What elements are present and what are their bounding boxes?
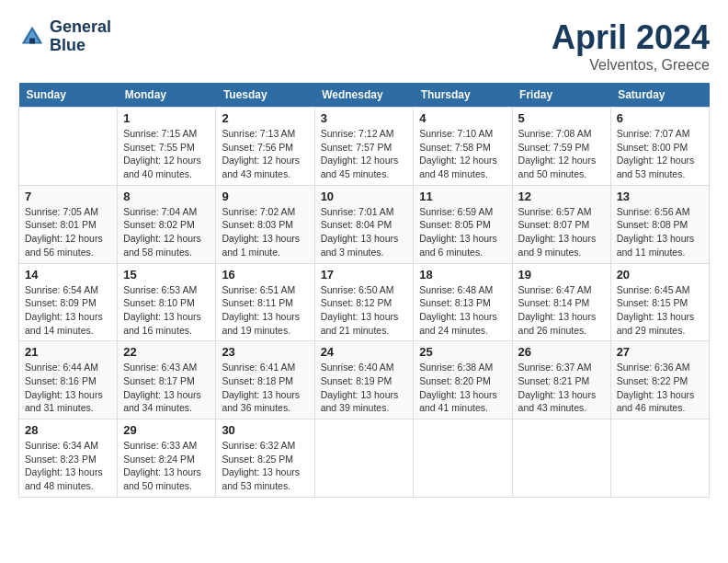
day-info: Sunrise: 6:48 AMSunset: 8:13 PMDaylight:… [419,283,506,338]
calendar-week-row: 1Sunrise: 7:15 AMSunset: 7:55 PMDaylight… [19,108,710,186]
day-info: Sunrise: 6:56 AMSunset: 8:08 PMDaylight:… [617,205,703,259]
day-info: Sunrise: 6:37 AMSunset: 8:21 PMDaylight:… [518,361,605,415]
header-wednesday: Wednesday [314,83,414,108]
calendar-cell: 18Sunrise: 6:48 AMSunset: 8:13 PMDayligh… [414,263,512,341]
day-number: 6 [617,111,703,125]
day-info: Sunrise: 7:08 AMSunset: 7:59 PMDaylight:… [518,127,605,181]
day-number: 2 [222,111,308,125]
day-info: Sunrise: 6:57 AMSunset: 8:07 PMDaylight:… [518,205,605,259]
header-friday: Friday [512,83,610,108]
day-number: 29 [123,423,210,437]
logo-text: General Blue [50,18,111,55]
calendar-cell [19,108,118,186]
calendar-header-row: SundayMondayTuesdayWednesdayThursdayFrid… [19,83,710,108]
calendar-cell [610,419,709,498]
day-info: Sunrise: 6:40 AMSunset: 8:19 PMDaylight:… [321,361,408,415]
calendar-cell: 6Sunrise: 7:07 AMSunset: 8:00 PMDaylight… [610,108,709,186]
logo-icon [18,23,46,51]
calendar-cell: 25Sunrise: 6:38 AMSunset: 8:20 PMDayligh… [414,341,512,419]
day-info: Sunrise: 7:13 AMSunset: 7:56 PMDaylight:… [222,127,308,181]
calendar-week-row: 14Sunrise: 6:54 AMSunset: 8:09 PMDayligh… [19,263,710,341]
day-info: Sunrise: 6:59 AMSunset: 8:05 PMDaylight:… [419,205,506,259]
calendar-week-row: 21Sunrise: 6:44 AMSunset: 8:16 PMDayligh… [19,341,710,419]
day-number: 3 [321,111,408,125]
calendar-table: SundayMondayTuesdayWednesdayThursdayFrid… [18,83,710,498]
day-number: 5 [518,111,605,125]
calendar-cell: 20Sunrise: 6:45 AMSunset: 8:15 PMDayligh… [610,263,709,341]
calendar-cell: 16Sunrise: 6:51 AMSunset: 8:11 PMDayligh… [216,263,314,341]
calendar-cell: 28Sunrise: 6:34 AMSunset: 8:23 PMDayligh… [19,419,118,498]
calendar-cell: 19Sunrise: 6:47 AMSunset: 8:14 PMDayligh… [512,263,610,341]
header-sunday: Sunday [19,83,118,108]
day-number: 1 [123,111,210,125]
calendar-cell: 24Sunrise: 6:40 AMSunset: 8:19 PMDayligh… [314,341,414,419]
calendar-cell: 7Sunrise: 7:05 AMSunset: 8:01 PMDaylight… [19,185,118,263]
logo: General Blue [18,18,111,55]
calendar-cell: 13Sunrise: 6:56 AMSunset: 8:08 PMDayligh… [610,185,709,263]
day-number: 25 [419,345,506,359]
svg-rect-2 [29,38,35,43]
day-number: 11 [419,190,506,203]
calendar-cell: 3Sunrise: 7:12 AMSunset: 7:57 PMDaylight… [314,108,414,186]
day-number: 17 [321,268,408,282]
day-number: 8 [123,190,210,203]
calendar-cell: 10Sunrise: 7:01 AMSunset: 8:04 PMDayligh… [314,185,414,263]
day-number: 24 [321,345,408,359]
day-info: Sunrise: 7:10 AMSunset: 7:58 PMDaylight:… [419,127,506,181]
calendar-cell: 4Sunrise: 7:10 AMSunset: 7:58 PMDaylight… [414,108,512,186]
day-number: 14 [25,268,111,282]
day-number: 12 [518,190,605,203]
header-monday: Monday [118,83,216,108]
day-info: Sunrise: 6:34 AMSunset: 8:23 PMDaylight:… [25,439,111,493]
day-number: 27 [617,345,703,359]
calendar-cell: 15Sunrise: 6:53 AMSunset: 8:10 PMDayligh… [118,263,216,341]
calendar-cell: 9Sunrise: 7:02 AMSunset: 8:03 PMDaylight… [216,185,314,263]
calendar-cell: 26Sunrise: 6:37 AMSunset: 8:21 PMDayligh… [512,341,610,419]
day-info: Sunrise: 7:04 AMSunset: 8:02 PMDaylight:… [123,205,210,259]
day-number: 13 [617,190,703,203]
day-number: 22 [123,345,210,359]
header-saturday: Saturday [610,83,709,108]
calendar-cell: 2Sunrise: 7:13 AMSunset: 7:56 PMDaylight… [216,108,314,186]
day-number: 18 [419,268,506,282]
calendar-cell: 22Sunrise: 6:43 AMSunset: 8:17 PMDayligh… [118,341,216,419]
header-thursday: Thursday [414,83,512,108]
day-info: Sunrise: 7:07 AMSunset: 8:00 PMDaylight:… [617,127,703,181]
title-section: April 2024 Velventos, Greece [552,18,710,74]
day-info: Sunrise: 6:50 AMSunset: 8:12 PMDaylight:… [321,283,408,338]
calendar-cell: 21Sunrise: 6:44 AMSunset: 8:16 PMDayligh… [19,341,118,419]
calendar-cell: 1Sunrise: 7:15 AMSunset: 7:55 PMDaylight… [118,108,216,186]
day-info: Sunrise: 6:51 AMSunset: 8:11 PMDaylight:… [222,283,308,338]
day-number: 16 [222,268,308,282]
day-info: Sunrise: 6:45 AMSunset: 8:15 PMDaylight:… [617,283,703,338]
day-info: Sunrise: 6:54 AMSunset: 8:09 PMDaylight:… [25,283,111,338]
day-number: 30 [222,423,308,437]
calendar-cell: 30Sunrise: 6:32 AMSunset: 8:25 PMDayligh… [216,419,314,498]
calendar-week-row: 28Sunrise: 6:34 AMSunset: 8:23 PMDayligh… [19,419,710,498]
day-info: Sunrise: 6:44 AMSunset: 8:16 PMDaylight:… [25,361,111,415]
calendar-cell: 12Sunrise: 6:57 AMSunset: 8:07 PMDayligh… [512,185,610,263]
calendar-cell [314,419,414,498]
day-number: 10 [321,190,408,203]
day-info: Sunrise: 6:47 AMSunset: 8:14 PMDaylight:… [518,283,605,338]
calendar-cell: 27Sunrise: 6:36 AMSunset: 8:22 PMDayligh… [610,341,709,419]
calendar-cell: 5Sunrise: 7:08 AMSunset: 7:59 PMDaylight… [512,108,610,186]
day-info: Sunrise: 6:36 AMSunset: 8:22 PMDaylight:… [617,361,703,415]
day-info: Sunrise: 7:05 AMSunset: 8:01 PMDaylight:… [25,205,111,259]
day-number: 9 [222,190,308,203]
day-info: Sunrise: 7:01 AMSunset: 8:04 PMDaylight:… [321,205,408,259]
day-info: Sunrise: 6:38 AMSunset: 8:20 PMDaylight:… [419,361,506,415]
day-number: 19 [518,268,605,282]
day-info: Sunrise: 7:15 AMSunset: 7:55 PMDaylight:… [123,127,210,181]
day-info: Sunrise: 6:32 AMSunset: 8:25 PMDaylight:… [222,439,308,493]
day-info: Sunrise: 6:41 AMSunset: 8:18 PMDaylight:… [222,361,308,415]
month-title: April 2024 [552,18,710,57]
day-info: Sunrise: 6:53 AMSunset: 8:10 PMDaylight:… [123,283,210,338]
calendar-cell: 23Sunrise: 6:41 AMSunset: 8:18 PMDayligh… [216,341,314,419]
calendar-cell: 17Sunrise: 6:50 AMSunset: 8:12 PMDayligh… [314,263,414,341]
day-number: 23 [222,345,308,359]
calendar-cell: 11Sunrise: 6:59 AMSunset: 8:05 PMDayligh… [414,185,512,263]
day-number: 4 [419,111,506,125]
calendar-cell [414,419,512,498]
day-number: 7 [25,190,111,203]
